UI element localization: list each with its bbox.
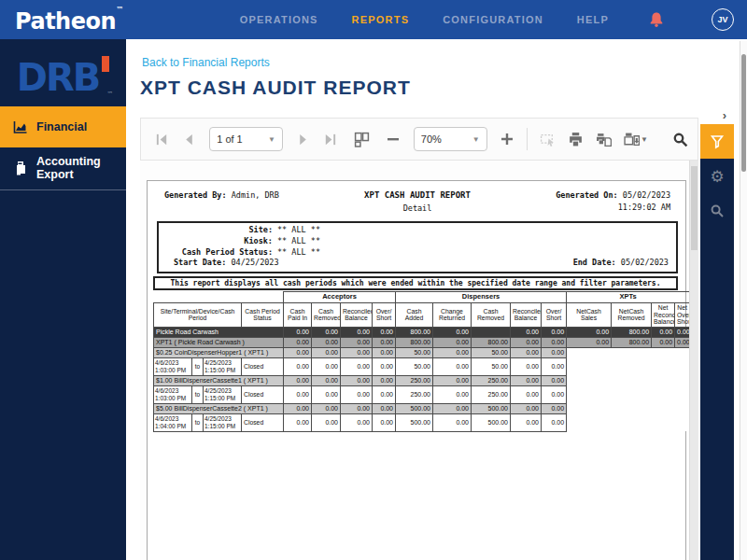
sidebar-divider <box>0 189 126 190</box>
amount-cell: 0.00 <box>341 337 373 347</box>
amount-cell: 800.00 <box>396 337 433 347</box>
amount-cell: 0.00 <box>567 327 612 337</box>
table-row-device: $5.00 BillDispenserCassette2 ( XPT1 )0.0… <box>154 403 690 413</box>
empty-region <box>567 375 690 385</box>
column-header: Reconciled Balance <box>341 302 373 327</box>
amount-cell: 250.00 <box>472 385 511 403</box>
area-chart-icon <box>13 119 28 134</box>
last-page-button[interactable] <box>323 131 339 147</box>
nav-operations[interactable]: OPERATIONS <box>240 14 318 25</box>
amount-cell: 800.00 <box>612 327 652 337</box>
group-header: XPTs <box>567 291 690 302</box>
cash-register-icon <box>13 161 28 175</box>
notification-bell-icon[interactable] <box>648 11 665 28</box>
amount-cell: 800.00 <box>396 327 433 337</box>
amount-cell: 800.00 <box>612 337 652 347</box>
browser-scrollbar[interactable] <box>740 41 747 560</box>
amount-cell: 0.00 <box>341 413 373 431</box>
right-rail: › ⚙ <box>700 105 734 560</box>
row-label: Pickle Road Carwash <box>154 327 284 337</box>
user-avatar[interactable]: JV <box>712 8 734 31</box>
amount-cell: 0.00 <box>675 327 690 337</box>
report-header: Generated By: Admin, DRB XPT CASH AUDIT … <box>148 181 685 217</box>
amount-cell: 0.00 <box>511 413 542 431</box>
amount-cell: 500.00 <box>472 413 511 431</box>
report-subtitle: Detail <box>364 203 471 215</box>
page-thumbnails-button[interactable] <box>354 131 370 147</box>
print-page-button[interactable] <box>596 131 612 147</box>
table-row-device: $1.00 BillDispenserCassette1 ( XPT1 )0.0… <box>154 375 690 385</box>
settings-panel-button[interactable]: ⚙ <box>700 159 734 193</box>
column-header: Over/ Short <box>542 302 567 327</box>
filter-panel-button[interactable] <box>700 124 734 159</box>
viewer-scrollbar-thumb[interactable] <box>691 166 698 250</box>
amount-cell: 0.00 <box>511 403 542 413</box>
nav-help[interactable]: HELP <box>577 14 609 25</box>
amount-cell: 50.00 <box>472 347 511 357</box>
amount-cell: 0.00 <box>341 327 373 337</box>
page-select[interactable]: 1 of 1▼ <box>209 127 283 151</box>
period-status-cell: Closed <box>242 357 284 375</box>
print-button[interactable] <box>568 131 584 147</box>
amount-cell: 0.00 <box>284 357 312 375</box>
amount-cell: 0.00 <box>511 357 542 375</box>
zoom-in-button[interactable] <box>500 131 515 147</box>
amount-cell: 0.00 <box>312 403 341 413</box>
zoom-select[interactable]: 70%▼ <box>414 127 487 151</box>
amount-cell: 0.00 <box>433 413 472 431</box>
empty-region <box>567 357 690 375</box>
period-range-cell: 4/6/20231:04:00 PMto4/25/20231:15:00 PM <box>154 413 242 431</box>
amount-cell: 0.00 <box>341 347 373 357</box>
previous-page-button[interactable] <box>182 131 198 147</box>
period-to: 4/25/20231:15:00 PM <box>204 386 241 403</box>
search-panel-button[interactable] <box>700 193 734 228</box>
nav-reports[interactable]: REPORTS <box>352 14 410 25</box>
amount-cell: 0.00 <box>542 347 567 357</box>
empty-region <box>567 413 690 431</box>
amount-cell: 0.00 <box>542 357 567 375</box>
period-to-word: to <box>191 358 204 375</box>
amount-cell: 0.00 <box>511 337 542 347</box>
rail-collapse-button[interactable]: › <box>700 105 734 124</box>
amount-cell: 0.00 <box>542 413 567 431</box>
browser-scrollbar-thumb[interactable] <box>741 54 746 172</box>
column-header: Change Returned <box>433 302 472 327</box>
drb-logo-tick <box>102 56 109 72</box>
first-page-button[interactable] <box>154 131 170 147</box>
viewer-scrollbar[interactable] <box>689 161 698 560</box>
zoom-out-button[interactable] <box>386 131 402 147</box>
table-row-site: Pickle Road Carwash0.000.000.000.00800.0… <box>154 327 690 337</box>
amount-cell: 0.00 <box>341 375 373 385</box>
report-title: XPT CASH AUDIT REPORT <box>364 189 471 203</box>
column-header: Cash Paid In <box>284 302 312 327</box>
group-header: Acceptors <box>284 291 396 302</box>
export-button[interactable]: ▼ <box>624 131 648 147</box>
search-document-button[interactable] <box>672 131 688 147</box>
column-header: Net Over/ Short <box>675 302 690 327</box>
period-to: 4/25/20231:15:00 PM <box>204 358 241 375</box>
amount-cell: 0.00 <box>284 337 312 347</box>
empty-region <box>567 385 690 403</box>
amount-cell: 0.00 <box>373 347 396 357</box>
back-to-financial-reports-link[interactable]: Back to Financial Reports <box>142 56 270 69</box>
table-row-terminal: XPT1 ( Pickle Road Carwash )0.000.000.00… <box>154 337 690 347</box>
next-page-button[interactable] <box>295 131 311 147</box>
sidebar-item-financial[interactable]: Financial <box>0 106 126 147</box>
amount-cell: 0.00 <box>312 337 341 347</box>
document-area: Generated By: Admin, DRB XPT CASH AUDIT … <box>140 161 698 560</box>
report-filters-box: Site:** ALL ** Kiosk:** ALL ** Cash Peri… <box>157 221 678 273</box>
amount-cell: 0.00 <box>284 385 312 403</box>
page-title: XPT CASH AUDIT REPORT <box>140 77 411 99</box>
amount-cell: 0.00 <box>284 327 312 337</box>
group-header: Dispensers <box>396 291 567 302</box>
row-label: $5.00 BillDispenserCassette2 ( XPT1 ) <box>154 403 284 413</box>
sidebar-item-accounting-export[interactable]: Accounting Export <box>0 147 126 189</box>
amount-cell: 0.00 <box>284 403 312 413</box>
amount-cell: 0.00 <box>312 413 341 431</box>
row-label: $1.00 BillDispenserCassette1 ( XPT1 ) <box>154 375 284 385</box>
amount-cell: 0.00 <box>341 357 373 375</box>
column-header: Cash Removed <box>472 302 511 327</box>
nav-configuration[interactable]: CONFIGURATION <box>443 14 543 25</box>
text-select-button[interactable] <box>540 131 556 147</box>
search-icon <box>710 203 725 218</box>
